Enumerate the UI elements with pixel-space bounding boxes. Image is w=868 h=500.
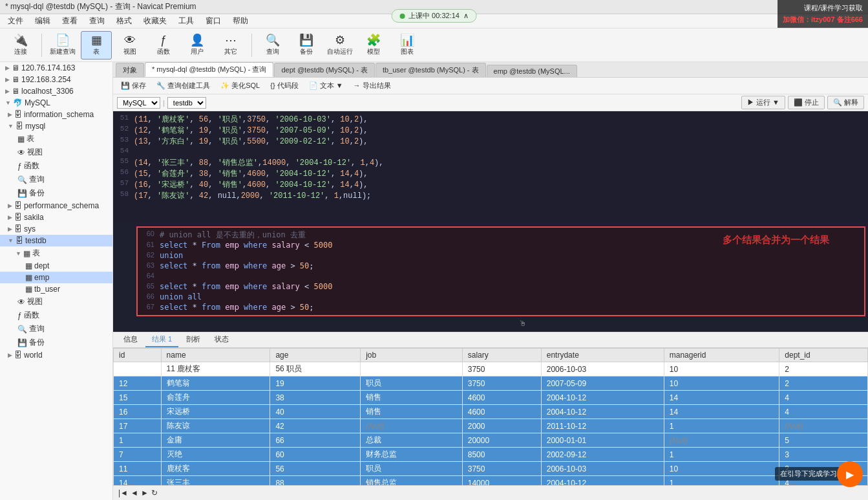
toolbar-btn-视图[interactable]: 👁视图	[114, 31, 145, 60]
tab-对象[interactable]: 对象	[116, 63, 144, 77]
toolbar-icon-用户: 👤	[190, 34, 204, 46]
toolbar-btn-新建查询[interactable]: 📄新建查询	[47, 31, 78, 60]
table-row[interactable]: 12 鹤笔翁 19 职员 3750 2007-05-09 10 2	[114, 376, 868, 391]
menu-item-文件[interactable]: 文件	[3, 14, 28, 28]
toolbar-btn-函数[interactable]: ƒ函数	[148, 31, 179, 60]
cell-id: 1	[114, 433, 162, 448]
table-row[interactable]: 16 宋远桥 40 销售 4600 2004-10-12 14 4	[114, 405, 868, 419]
sidebar-item-查询[interactable]: 🔍 查询	[0, 322, 112, 336]
engine-select[interactable]: MySQL	[117, 97, 160, 109]
sidebar-item-函数[interactable]: ƒ 函数	[0, 309, 112, 322]
table-row[interactable]: 7 灭绝 60 财务总监 8500 2002-09-12 1 3	[114, 448, 868, 462]
menu-item-查看[interactable]: 查看	[57, 14, 83, 28]
cell-managerid: (Null)	[664, 433, 779, 448]
tab-tb_user @t[interactable]: tb_user @testdb (MySQL) - 表	[376, 63, 486, 77]
save-btn[interactable]: 💾 保存	[117, 80, 150, 92]
toolbar-label: 表	[93, 47, 100, 56]
toolbar-btn-图表[interactable]: 📊图表	[392, 31, 423, 60]
sidebar-item-sakila[interactable]: ▶ 🗄 sakila	[0, 212, 112, 223]
sidebar-item-information_schema[interactable]: ▶ 🗄 information_schema	[0, 109, 112, 120]
menu-item-编辑[interactable]: 编辑	[30, 14, 56, 28]
query-builder-btn[interactable]: 🔧 查询创建工具	[153, 80, 214, 92]
sidebar-item-mysql[interactable]: ▼ 🗄 mysql	[0, 120, 112, 132]
table-row[interactable]: 17 陈友谅 42 (Null) 2000 2011-10-12 1 (Null…	[114, 419, 868, 433]
menu-item-窗口[interactable]: 窗口	[200, 14, 226, 28]
sidebar-item-world[interactable]: ▶ 🗄 world	[0, 349, 112, 361]
sidebar-item-dept[interactable]: ▦ dept	[0, 260, 112, 272]
tab-emp @testd[interactable]: emp @testdb (MySQL...	[487, 65, 577, 77]
text-btn[interactable]: 📄 文本 ▼	[305, 80, 347, 92]
menu-item-查询[interactable]: 查询	[84, 14, 110, 28]
sidebar-item-120.76.174.163[interactable]: ▶ 🖥 120.76.174.163	[0, 62, 112, 74]
toolbar-btn-表[interactable]: ▦表	[81, 31, 112, 60]
cell-job: 职员	[361, 462, 463, 476]
code-snippet-btn[interactable]: {} 代码段	[266, 80, 302, 92]
sidebar-label: sys	[24, 224, 36, 234]
table-row[interactable]: 14 张三丰 88 销售总监 14000 2004-10-12 1 4	[114, 476, 868, 485]
table-row[interactable]: 11 鹿杖客 56 职员 3750 2006-10-03 10 2	[114, 362, 868, 376]
tab-* mysql-dq[interactable]: * mysql-dql @testdb (MySQL) - 查询	[145, 62, 273, 77]
toolbar-btn-其它[interactable]: ⋯其它	[215, 31, 246, 60]
cell-salary: 20000	[462, 433, 541, 448]
sidebar-item-emp[interactable]: ▦ emp	[0, 272, 112, 283]
db-select[interactable]: testdb	[167, 97, 206, 109]
sidebar-item-sys[interactable]: ▶ 🗄 sys	[0, 223, 112, 235]
tab-dept @test[interactable]: dept @testdb (MySQL) - 表	[274, 63, 374, 77]
menu-item-格式[interactable]: 格式	[111, 14, 137, 28]
sidebar-item-localhost_3306[interactable]: ▶ 🖥 localhost_3306	[0, 85, 112, 97]
explain-btn[interactable]: 🔍 解释	[827, 96, 864, 109]
cell-job: 职员	[361, 376, 463, 391]
nav-prev[interactable]: ◄	[131, 488, 138, 497]
toolbar-btn-用户[interactable]: 👤用户	[182, 31, 213, 60]
toolbar-btn-连接[interactable]: 🔌连接	[5, 31, 36, 60]
menu-item-工具[interactable]: 工具	[173, 14, 199, 28]
info-tab[interactable]: 信息	[117, 332, 144, 347]
sidebar-item-视图[interactable]: 👁 视图	[0, 295, 112, 309]
nav-first[interactable]: |◄	[118, 488, 128, 497]
sidebar-icon: ▦	[25, 261, 32, 270]
sidebar-item-MySQL[interactable]: ▼ 🐬 MySQL	[0, 97, 112, 109]
run-btn[interactable]: ▶ 运行 ▼	[741, 96, 785, 109]
result1-tab[interactable]: 结果 1	[145, 332, 178, 347]
stop-btn[interactable]: ⬛ 停止	[788, 96, 825, 109]
sql-line-64: 64	[142, 272, 860, 282]
toolbar-label: 连接	[14, 47, 27, 56]
sidebar-label: performance_schema	[24, 201, 99, 210]
sidebar-icon: 👁	[17, 148, 25, 157]
menu-item-帮助[interactable]: 帮助	[228, 14, 253, 28]
sidebar-item-备份[interactable]: 💾 备份	[0, 186, 112, 200]
export-btn[interactable]: → 导出结果	[350, 80, 395, 92]
profile-tab[interactable]: 剖析	[180, 332, 207, 347]
lesson-indicator: 上课中 00:32:14 ∧	[391, 9, 477, 23]
top-right-overlay: 课程/课件学习获取 加微信：itzy007 备注666	[778, 0, 868, 28]
sidebar-item-tb_user[interactable]: ▦ tb_user	[0, 283, 112, 295]
table-row[interactable]: 11 鹿杖客 56 职员 3750 2006-10-03 10 2	[114, 462, 868, 476]
toolbar-btn-查询[interactable]: 🔍查询	[257, 31, 288, 60]
sidebar-item-表[interactable]: ▼ ▦ 表	[0, 246, 112, 260]
beautify-btn[interactable]: ✨ 美化SQL	[217, 80, 264, 92]
sidebar-item-表[interactable]: ▦ 表	[0, 132, 112, 146]
sidebar-item-performance_schema[interactable]: ▶ 🗄 performance_schema	[0, 200, 112, 212]
play-button[interactable]: ▶	[837, 461, 863, 487]
toolbar-btn-模型[interactable]: 🧩模型	[358, 31, 389, 60]
status-tab[interactable]: 状态	[208, 332, 235, 347]
menu-item-收藏夹[interactable]: 收藏夹	[138, 14, 172, 28]
cell-job	[361, 362, 463, 376]
cell-entrydate: 2004-10-12	[541, 405, 664, 419]
sidebar-label: tb_user	[34, 285, 60, 294]
sidebar-item-视图[interactable]: 👁 视图	[0, 146, 112, 159]
sidebar-item-查询[interactable]: 🔍 查询	[0, 173, 112, 186]
nav-next[interactable]: ►	[141, 488, 149, 497]
sidebar-item-函数[interactable]: ƒ 函数	[0, 159, 112, 173]
toolbar-btn-自动运行[interactable]: ⚙自动运行	[324, 31, 355, 60]
table-nav: |◄ ◄ ► ↻	[113, 485, 868, 500]
sidebar-item-testdb[interactable]: ▼ 🗄 testdb	[0, 235, 112, 246]
sidebar-item-192.168.3.254[interactable]: ▶ 🖥 192.168.3.254	[0, 74, 112, 85]
toolbar-btn-备份[interactable]: 💾备份	[291, 31, 322, 60]
table-row[interactable]: 1 金庸 66 总裁 20000 2000-01-01 (Null) 5	[114, 433, 868, 448]
cell-managerid: 1	[664, 419, 779, 433]
table-row[interactable]: 15 俞莲舟 38 销售 4600 2004-10-12 14 4	[114, 391, 868, 405]
sidebar-item-备份[interactable]: 💾 备份	[0, 336, 112, 349]
nav-refresh[interactable]: ↻	[151, 488, 158, 497]
sidebar-label: 120.76.174.163	[21, 63, 75, 72]
